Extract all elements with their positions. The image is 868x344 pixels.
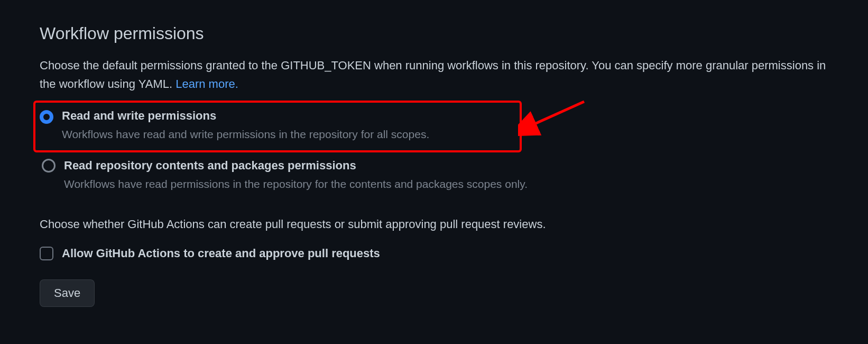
radio-option-read-write[interactable]: Read and write permissions Workflows hav… xyxy=(33,101,522,152)
section-description: Choose the default permissions granted t… xyxy=(40,56,828,93)
radio-label-read-only: Read repository contents and packages pe… xyxy=(64,159,528,173)
radio-label-read-write: Read and write permissions xyxy=(62,109,429,123)
radio-description-read-only: Workflows have read permissions in the r… xyxy=(64,178,528,191)
description-text: Choose the default permissions granted t… xyxy=(40,59,826,90)
save-button[interactable]: Save xyxy=(40,279,95,307)
section-title: Workflow permissions xyxy=(40,24,828,43)
checkbox-option-allow-pr[interactable]: Allow GitHub Actions to create and appro… xyxy=(40,247,828,260)
checkbox-label-allow-pr: Allow GitHub Actions to create and appro… xyxy=(62,247,380,260)
radio-input-read-only[interactable] xyxy=(42,159,56,173)
learn-more-link[interactable]: Learn more. xyxy=(176,77,238,90)
radio-input-read-write[interactable] xyxy=(40,110,53,124)
permissions-radio-group: Read and write permissions Workflows hav… xyxy=(40,101,828,200)
radio-content-read-only: Read repository contents and packages pe… xyxy=(64,159,528,191)
pr-section-description: Choose whether GitHub Actions can create… xyxy=(40,215,828,233)
radio-content-read-write: Read and write permissions Workflows hav… xyxy=(62,109,429,141)
checkbox-input-allow-pr[interactable] xyxy=(40,247,53,260)
radio-description-read-write: Workflows have read and write permission… xyxy=(62,128,429,141)
radio-option-read-only[interactable]: Read repository contents and packages pe… xyxy=(40,152,828,200)
